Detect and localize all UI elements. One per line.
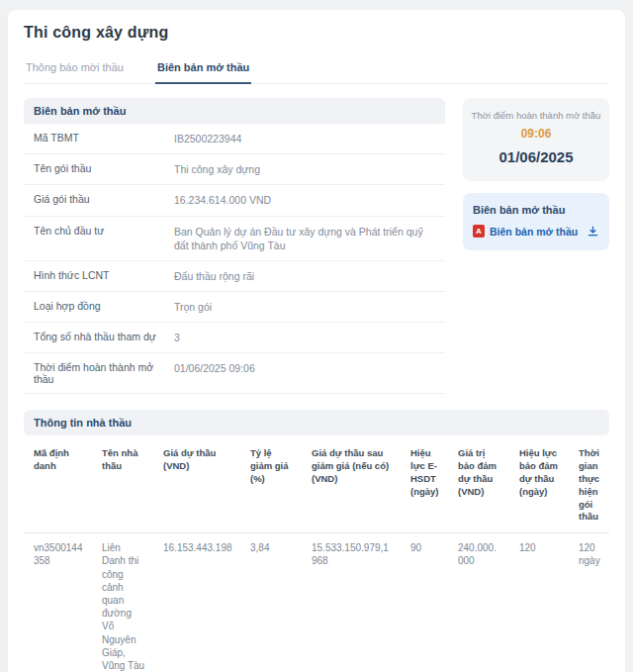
detail-value: 01/06/2025 09:06	[174, 361, 435, 385]
table-cell: 16.153.443.198	[153, 541, 240, 672]
tab-bien-ban-mo-thau[interactable]: Biên bản mở thầu	[155, 55, 251, 84]
table-cell: 240.000.000	[448, 541, 509, 672]
bid-record-document-link[interactable]: Biên bản mở thầu	[490, 226, 578, 238]
detail-label: Tổng số nhà thầu tham dự	[34, 331, 174, 344]
table-cell: Liên Danh thi công cảnh quan đường Võ Ng…	[92, 541, 153, 672]
tab-bar: Thông báo mời thầu Biên bản mở thầu	[24, 55, 609, 84]
detail-value: Đấu thầu rộng rãi	[174, 269, 435, 283]
table-cell: 3,84	[240, 541, 302, 672]
bidders-section-header: Thông tin nhà thầu	[24, 410, 609, 435]
bid-record-panel-header: Biên bản mở thầu	[24, 98, 445, 124]
detail-label: Hình thức LCNT	[34, 269, 174, 283]
column-header: Hiệu lực E-HSDT (ngày)	[401, 447, 448, 524]
bidders-section: Thông tin nhà thầu Mã định danhTên nhà t…	[24, 410, 609, 672]
pdf-file-icon: A	[473, 225, 485, 238]
column-header: Giá trị bảo đảm dự thầu (VND)	[448, 447, 509, 524]
column-header: Mã định danh	[24, 447, 92, 524]
completion-time-box: Thời điểm hoàn thành mở thầu 09:06 01/06…	[463, 98, 609, 181]
completion-time-label: Thời điểm hoàn thành mở thầu	[471, 110, 601, 121]
bid-record-detail-table: Mã TBMTIB2500223944Tên gói thầuThi công …	[24, 124, 445, 394]
table-row: Loại hợp đồngTrọn gói	[24, 292, 445, 323]
table-row: Hình thức LCNTĐấu thầu rộng rãi	[24, 261, 445, 292]
document-box-header: Biên bản mở thầu	[473, 204, 599, 216]
table-cell: 90	[401, 541, 448, 672]
main-card: Thi công xây dựng Thông báo mời thầu Biê…	[8, 10, 625, 672]
detail-label: Giá gói thầu	[34, 193, 174, 207]
table-row: Thời điểm hoàn thành mở thầu01/06/2025 0…	[24, 353, 445, 394]
detail-value: 3	[174, 331, 435, 344]
table-row: Giá gói thầu16.234.614.000 VND	[24, 185, 445, 216]
bid-record-document-box: Biên bản mở thầu A Biên bản mở thầu	[463, 193, 609, 250]
table-cell: vn3500144358	[24, 541, 92, 672]
bid-record-panel: Biên bản mở thầu Mã TBMTIB2500223944Tên …	[24, 98, 445, 394]
completion-time-value: 09:06	[471, 127, 601, 141]
table-row: Tổng số nhà thầu tham dự3	[24, 323, 445, 353]
column-header: Tên nhà thầu	[92, 447, 153, 524]
completion-date-value: 01/06/2025	[471, 148, 601, 165]
table-row: Tên gói thầuThi công xây dựng	[24, 154, 445, 185]
detail-label: Tên chủ đầu tư	[34, 225, 174, 252]
detail-value: 16.234.614.000 VND	[174, 193, 435, 207]
detail-label: Thời điểm hoàn thành mở thầu	[34, 361, 174, 385]
table-cell: 15.533.150.979,1968	[302, 541, 401, 672]
page-title: Thi công xây dựng	[24, 24, 609, 42]
bidders-table-header: Mã định danhTên nhà thầuGiá dự thầu (VND…	[24, 437, 609, 533]
column-header: Thời gian thực hiện gói thầu	[569, 447, 609, 524]
table-cell: 120	[509, 541, 569, 672]
detail-label: Mã TBMT	[34, 132, 174, 145]
table-cell: 120 ngày	[569, 541, 609, 672]
table-row: Tên chủ đầu tưBan Quản lý dự án Đầu tư x…	[24, 217, 445, 261]
table-row: vn3500144358Liên Danh thi công cảnh quan…	[24, 533, 609, 672]
detail-label: Loại hợp đồng	[34, 300, 174, 314]
detail-value: Thi công xây dựng	[174, 162, 435, 176]
detail-value: Trọn gói	[174, 300, 435, 314]
column-header: Giá dự thầu (VND)	[153, 447, 240, 524]
bidders-table-body: vn3500144358Liên Danh thi công cảnh quan…	[24, 533, 609, 672]
tab-thong-bao-moi-thau[interactable]: Thông báo mời thầu	[24, 55, 126, 83]
download-icon[interactable]	[587, 225, 599, 238]
column-header: Tỷ lệ giảm giá (%)	[240, 447, 302, 524]
column-header: Hiệu lực bảo đảm dự thầu (ngày)	[509, 447, 569, 524]
detail-value: IB2500223944	[174, 132, 435, 145]
detail-value: Ban Quản lý dự án Đầu tư xây dựng và Phá…	[174, 225, 435, 252]
column-header: Giá dự thầu sau giảm giá (nếu có) (VND)	[302, 447, 401, 524]
table-row: Mã TBMTIB2500223944	[24, 124, 445, 154]
detail-label: Tên gói thầu	[34, 162, 174, 176]
right-sidebar: Thời điểm hoàn thành mở thầu 09:06 01/06…	[463, 98, 609, 250]
